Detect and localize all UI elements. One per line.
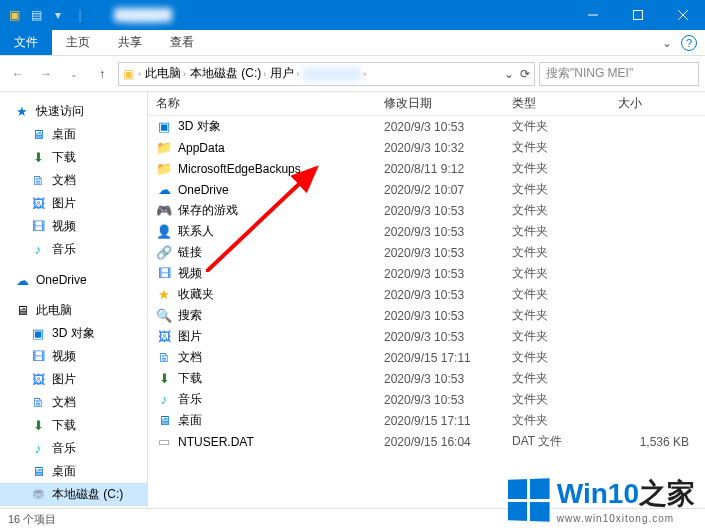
- file-row[interactable]: ▣3D 对象2020/9/3 10:53文件夹: [148, 116, 705, 137]
- sidebar-quick-access[interactable]: ★快速访问: [0, 100, 147, 123]
- file-row[interactable]: 📁AppData2020/9/3 10:32文件夹: [148, 137, 705, 158]
- navbar: ← → ⌄ ↑ ▣ › 此电脑 › 本地磁盘 (C:) › 用户 › ████ …: [0, 56, 705, 92]
- sidebar-thispc[interactable]: 🖥此电脑: [0, 299, 147, 322]
- star-icon: ★: [14, 104, 30, 120]
- nav-recent-button[interactable]: ⌄: [62, 62, 86, 86]
- sidebar-pictures-2[interactable]: 🖼图片: [0, 368, 147, 391]
- file-name: 下载: [178, 370, 202, 387]
- ribbon-expand-icon[interactable]: ⌄: [653, 30, 681, 55]
- file-type: 文件夹: [504, 391, 610, 408]
- tab-home[interactable]: 主页: [52, 30, 104, 55]
- file-row[interactable]: 🖼图片2020/9/3 10:53文件夹: [148, 326, 705, 347]
- file-row[interactable]: 🗎文档2020/9/15 17:11文件夹: [148, 347, 705, 368]
- file-row[interactable]: 🎞视频2020/9/3 10:53文件夹: [148, 263, 705, 284]
- svg-rect-1: [633, 11, 642, 20]
- qat-divider: |: [72, 7, 88, 23]
- file-type: 文件夹: [504, 412, 610, 429]
- sidebar-onedrive[interactable]: ☁OneDrive: [0, 269, 147, 291]
- sidebar-downloads-2[interactable]: ⬇下载: [0, 414, 147, 437]
- file-row[interactable]: ☁OneDrive2020/9/2 10:07文件夹: [148, 179, 705, 200]
- file-row[interactable]: ▭NTUSER.DAT2020/9/15 16:04DAT 文件1,536 KB: [148, 431, 705, 452]
- close-button[interactable]: [660, 0, 705, 30]
- file-date: 2020/9/3 10:53: [376, 330, 504, 344]
- sidebar-desktop[interactable]: 🖥桌面: [0, 123, 147, 146]
- col-modified[interactable]: 修改日期: [376, 95, 504, 112]
- video-icon: 🎞: [30, 349, 46, 365]
- qat-new-icon[interactable]: ▾: [50, 7, 66, 23]
- sidebar-documents-2[interactable]: 🗎文档: [0, 391, 147, 414]
- file-type: 文件夹: [504, 370, 610, 387]
- sidebar-documents[interactable]: 🗎文档: [0, 169, 147, 192]
- help-icon[interactable]: ?: [681, 35, 697, 51]
- nav-tree[interactable]: ★快速访问 🖥桌面 ⬇下载 🗎文档 🖼图片 🎞视频 ♪音乐 ☁OneDrive …: [0, 92, 148, 508]
- file-list[interactable]: ▣3D 对象2020/9/3 10:53文件夹📁AppData2020/9/3 …: [148, 116, 705, 508]
- file-date: 2020/9/3 10:53: [376, 120, 504, 134]
- download-icon: ⬇: [156, 371, 172, 387]
- chevron-right-icon[interactable]: ›: [138, 69, 141, 79]
- col-size[interactable]: 大小: [610, 95, 705, 112]
- file-row[interactable]: ⬇下载2020/9/3 10:53文件夹: [148, 368, 705, 389]
- titlebar: ▣ ▤ ▾ | ████: [0, 0, 705, 30]
- ribbon-tabs: 文件 主页 共享 查看 ⌄ ?: [0, 30, 705, 56]
- sidebar-desktop-2[interactable]: 🖥桌面: [0, 460, 147, 483]
- sidebar-3d[interactable]: ▣3D 对象: [0, 322, 147, 345]
- file-name: 收藏夹: [178, 286, 214, 303]
- qat-props-icon[interactable]: ▤: [28, 7, 44, 23]
- cube-icon: ▣: [156, 119, 172, 135]
- file-row[interactable]: 🔍搜索2020/9/3 10:53文件夹: [148, 305, 705, 326]
- file-name: 文档: [178, 349, 202, 366]
- file-date: 2020/9/3 10:53: [376, 393, 504, 407]
- document-icon: 🗎: [30, 395, 46, 411]
- music-icon: ♪: [156, 392, 172, 408]
- addr-dropdown-icon[interactable]: ⌄: [504, 67, 514, 81]
- col-type[interactable]: 类型: [504, 95, 610, 112]
- file-row[interactable]: 👤联系人2020/9/3 10:53文件夹: [148, 221, 705, 242]
- addr-refresh-icon[interactable]: ⟳: [520, 67, 530, 81]
- file-row[interactable]: ♪音乐2020/9/3 10:53文件夹: [148, 389, 705, 410]
- tab-view[interactable]: 查看: [156, 30, 208, 55]
- file-date: 2020/9/2 10:07: [376, 183, 504, 197]
- file-type: DAT 文件: [504, 433, 610, 450]
- file-row[interactable]: 🎮保存的游戏2020/9/3 10:53文件夹: [148, 200, 705, 221]
- file-type: 文件夹: [504, 139, 610, 156]
- sidebar-videos-2[interactable]: 🎞视频: [0, 345, 147, 368]
- status-item-count: 16 个项目: [8, 512, 56, 527]
- download-icon: ⬇: [30, 418, 46, 434]
- search-input[interactable]: 搜索"NING MEI": [539, 62, 699, 86]
- minimize-button[interactable]: [570, 0, 615, 30]
- address-bar[interactable]: ▣ › 此电脑 › 本地磁盘 (C:) › 用户 › ████ › ⌄ ⟳: [118, 62, 535, 86]
- file-row[interactable]: ★收藏夹2020/9/3 10:53文件夹: [148, 284, 705, 305]
- sidebar-newvol-e[interactable]: ⛃新加卷 (E:): [0, 506, 147, 508]
- crumb-users[interactable]: 用户 ›: [270, 65, 299, 82]
- sidebar-music[interactable]: ♪音乐: [0, 238, 147, 261]
- nav-back-button[interactable]: ←: [6, 62, 30, 86]
- nav-forward-button[interactable]: →: [34, 62, 58, 86]
- file-name: 联系人: [178, 223, 214, 240]
- tab-share[interactable]: 共享: [104, 30, 156, 55]
- sidebar-local-c[interactable]: ⛃本地磁盘 (C:): [0, 483, 147, 506]
- crumb-drive[interactable]: 本地磁盘 (C:) ›: [190, 65, 266, 82]
- file-date: 2020/9/3 10:53: [376, 372, 504, 386]
- sidebar-videos[interactable]: 🎞视频: [0, 215, 147, 238]
- folder-icon: ▣: [123, 67, 134, 81]
- crumb-pc[interactable]: 此电脑 ›: [145, 65, 186, 82]
- tab-file[interactable]: 文件: [0, 30, 52, 55]
- file-row[interactable]: 🖥桌面2020/9/15 17:11文件夹: [148, 410, 705, 431]
- document-icon: 🗎: [156, 350, 172, 366]
- file-date: 2020/9/3 10:53: [376, 204, 504, 218]
- crumb-user[interactable]: ████ ›: [303, 67, 366, 81]
- music-icon: ♪: [30, 441, 46, 457]
- file-row[interactable]: 🔗链接2020/9/3 10:53文件夹: [148, 242, 705, 263]
- file-name: 保存的游戏: [178, 202, 238, 219]
- sidebar-downloads[interactable]: ⬇下载: [0, 146, 147, 169]
- sidebar-pictures[interactable]: 🖼图片: [0, 192, 147, 215]
- file-type: 文件夹: [504, 181, 610, 198]
- sidebar-music-2[interactable]: ♪音乐: [0, 437, 147, 460]
- file-date: 2020/9/3 10:53: [376, 288, 504, 302]
- file-row[interactable]: 📁MicrosoftEdgeBackups2020/8/11 9:12文件夹: [148, 158, 705, 179]
- file-type: 文件夹: [504, 328, 610, 345]
- maximize-button[interactable]: [615, 0, 660, 30]
- nav-up-button[interactable]: ↑: [90, 62, 114, 86]
- column-headers: 名称 修改日期 类型 大小: [148, 92, 705, 116]
- col-name[interactable]: 名称: [148, 95, 376, 112]
